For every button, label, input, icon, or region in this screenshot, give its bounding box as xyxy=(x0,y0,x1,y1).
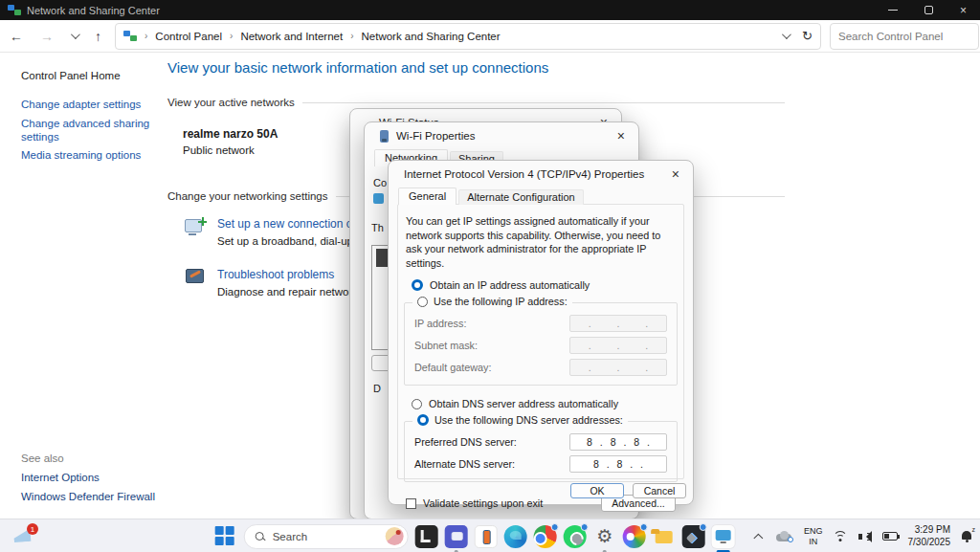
manual-dns-groupbox: Use the following DNS server addresses: … xyxy=(404,421,678,482)
taskbar-icon-app-l[interactable] xyxy=(415,525,438,548)
ipv4-title: Internet Protocol Version 4 (TCP/IPv4) P… xyxy=(404,168,644,180)
breadcrumb-network-internet[interactable]: Network and Internet xyxy=(240,31,343,42)
app-network-icon xyxy=(8,5,21,15)
radio-obtain-dns-label[interactable]: Obtain DNS server address automatically xyxy=(429,398,618,409)
active-networks-label: View your active networks xyxy=(167,97,295,108)
taskbar-icon-terminal[interactable] xyxy=(682,525,705,548)
breadcrumb-separator: › xyxy=(348,31,355,41)
preferred-dns-label: Preferred DNS server: xyxy=(414,436,569,448)
control-panel-searchbox[interactable] xyxy=(830,23,979,50)
networking-settings-label: Change your networking settings xyxy=(167,190,328,202)
wifi-tray-icon[interactable] xyxy=(834,531,848,542)
taskbar-search-label: Search xyxy=(273,531,379,542)
ip-address-field[interactable]: . . . xyxy=(569,315,667,332)
sidebar-change-advanced-sharing[interactable]: Change advanced sharing settings xyxy=(21,117,157,144)
taskbar: 1 Search ⚙ ENG IN 3:29 PM 7/30/2025 xyxy=(0,519,980,552)
ok-button[interactable]: OK xyxy=(570,483,624,498)
taskbar-icon-edge[interactable] xyxy=(504,525,527,548)
tray-time: 3:29 PM xyxy=(908,524,951,537)
minimize-icon[interactable] xyxy=(888,10,898,11)
sidebar: Control Panel Home Change adapter settin… xyxy=(0,53,165,519)
new-connection-icon xyxy=(185,217,208,235)
tab-alternate-configuration[interactable]: Alternate Configuration xyxy=(458,189,584,205)
taskbar-icon-whatsapp[interactable] xyxy=(564,525,587,548)
address-bar[interactable]: › Control Panel › Network and Internet ›… xyxy=(115,23,821,50)
window-title: Network and Sharing Center xyxy=(27,5,888,16)
connect-using-fragment: Co xyxy=(373,177,387,188)
radio-obtain-ip-icon[interactable] xyxy=(412,279,423,291)
taskbar-icon-phone-link[interactable] xyxy=(475,525,498,548)
subnet-mask-label: Subnet mask: xyxy=(414,340,569,351)
taskbar-icon-file-explorer[interactable] xyxy=(653,525,676,548)
breadcrumb-app-icon xyxy=(123,31,137,41)
address-dropdown-chevron-icon[interactable] xyxy=(782,30,791,39)
battery-icon[interactable] xyxy=(882,532,898,541)
tray-chevron-up-icon[interactable] xyxy=(753,534,763,543)
taskbar-icon-control-panel-active[interactable] xyxy=(712,525,735,548)
tray-date: 7/30/2025 xyxy=(908,537,951,549)
back-icon[interactable]: ← xyxy=(10,29,23,44)
clock[interactable]: 3:29 PM 7/30/2025 xyxy=(908,524,951,548)
window-titlebar: Network and Sharing Center × xyxy=(0,0,980,20)
taskbar-icon-browser[interactable] xyxy=(623,525,646,548)
radio-obtain-ip-label[interactable]: Obtain an IP address automatically xyxy=(430,279,590,291)
wifi-properties-title: Wi-Fi Properties xyxy=(396,130,475,142)
maximize-icon[interactable] xyxy=(924,6,933,14)
radio-manual-dns-label[interactable]: Use the following DNS server addresses: xyxy=(434,414,623,426)
breadcrumb-separator: › xyxy=(143,31,149,41)
tab-general[interactable]: General xyxy=(398,188,457,205)
start-button[interactable] xyxy=(214,525,237,548)
default-gateway-label: Default gateway: xyxy=(414,362,569,373)
ipv4-properties-dialog: Internet Protocol Version 4 (TCP/IPv4) P… xyxy=(388,160,694,505)
default-gateway-field[interactable]: . . . xyxy=(569,359,667,376)
breadcrumb-control-panel[interactable]: Control Panel xyxy=(155,31,222,42)
sidebar-internet-options[interactable]: Internet Options xyxy=(21,472,100,483)
preferred-dns-field[interactable]: 8 . 8 . 8 . xyxy=(569,433,667,451)
cancel-button[interactable]: Cancel xyxy=(633,483,686,498)
page-title: View your basic network information and … xyxy=(167,59,785,76)
search-input[interactable] xyxy=(838,31,980,42)
sidebar-control-panel-home[interactable]: Control Panel Home xyxy=(21,70,121,81)
sidebar-see-also: See also xyxy=(21,453,64,464)
navigation-toolbar: ← → ↑ › Control Panel › Network and Inte… xyxy=(0,20,980,53)
manual-ip-groupbox: Use the following IP address: IP address… xyxy=(404,302,678,386)
search-icon xyxy=(255,531,266,542)
adapter-icon xyxy=(373,193,384,204)
section-divider xyxy=(302,102,785,103)
taskbar-icon-chrome[interactable] xyxy=(534,525,557,548)
onedrive-cloud-icon[interactable] xyxy=(774,531,793,542)
this-connection-fragment: Th xyxy=(371,222,384,233)
widget-badge: 1 xyxy=(27,523,38,535)
sidebar-change-adapter-settings[interactable]: Change adapter settings xyxy=(21,98,157,111)
wifi-properties-close-icon[interactable]: × xyxy=(617,129,625,143)
up-icon[interactable]: ↑ xyxy=(95,29,101,44)
taskbar-search[interactable]: Search xyxy=(244,524,409,549)
validate-checkbox-icon[interactable] xyxy=(406,498,416,509)
radio-manual-ip-icon[interactable] xyxy=(417,297,428,307)
search-highlight-image xyxy=(386,527,404,545)
subnet-mask-field[interactable]: . . . xyxy=(569,337,667,354)
notification-bell-icon[interactable] xyxy=(961,530,972,542)
notification-widget-icon[interactable]: 1 xyxy=(11,523,38,548)
taskbar-icon-teams[interactable] xyxy=(445,525,468,548)
forward-icon[interactable]: → xyxy=(40,29,54,44)
sidebar-windows-defender-firewall[interactable]: Windows Defender Firewall xyxy=(21,491,155,502)
taskbar-icon-settings-gear[interactable]: ⚙ xyxy=(593,525,616,548)
close-icon[interactable]: × xyxy=(960,5,967,16)
refresh-icon[interactable]: ↻ xyxy=(802,29,813,43)
ipv4-intro-text: You can get IP settings assigned automat… xyxy=(406,214,676,270)
radio-obtain-dns-icon[interactable] xyxy=(412,399,422,409)
breadcrumb-separator: › xyxy=(228,31,234,41)
radio-manual-ip-label[interactable]: Use the following IP address: xyxy=(434,296,568,307)
language-indicator[interactable]: ENG IN xyxy=(804,526,823,546)
sidebar-media-streaming[interactable]: Media streaming options xyxy=(21,148,157,162)
alternate-dns-field[interactable]: 8 . 8 . . xyxy=(569,455,667,473)
description-fragment: D xyxy=(373,383,381,394)
recent-pages-chevron-icon[interactable] xyxy=(71,30,80,39)
ipv4-close-icon[interactable]: × xyxy=(672,167,679,181)
validate-checkbox-label[interactable]: Validate settings upon exit xyxy=(423,497,543,509)
breadcrumb-network-sharing[interactable]: Network and Sharing Center xyxy=(361,31,500,42)
wifi-icon xyxy=(380,130,389,143)
volume-icon[interactable] xyxy=(858,531,872,542)
radio-manual-dns-icon[interactable] xyxy=(417,414,429,426)
